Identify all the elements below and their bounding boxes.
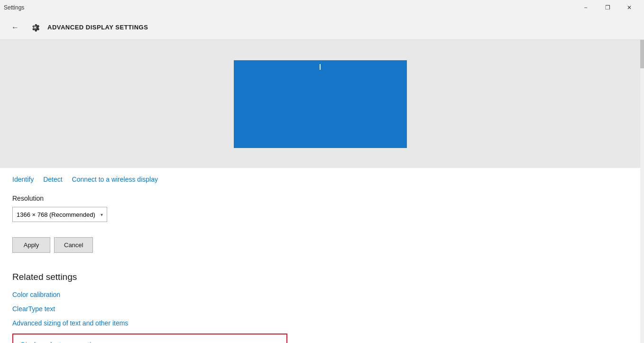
related-settings-title: Related settings (12, 272, 628, 282)
color-calibration-link[interactable]: Color calibration (12, 291, 628, 298)
cleartype-link[interactable]: ClearType text (12, 305, 628, 313)
connect-wireless-link[interactable]: Connect to a wireless display (72, 176, 158, 183)
maximize-button[interactable]: ❐ (597, 0, 618, 15)
detect-link[interactable]: Detect (43, 176, 62, 183)
related-settings-section: Related settings Color calibration Clear… (0, 262, 640, 343)
settings-header: ← ADVANCED DISPLAY SETTINGS (0, 15, 644, 40)
display-adapter-link[interactable]: Display adapter properties (21, 341, 98, 343)
display-adapter-container: Display adapter properties (12, 334, 287, 343)
cancel-button[interactable]: Cancel (54, 237, 93, 253)
display-preview-container (0, 40, 640, 168)
gear-icon (30, 23, 40, 32)
resolution-select[interactable]: 1366 × 768 (Recommended) ▾ (12, 207, 107, 222)
title-bar-text: Settings (4, 4, 24, 11)
display-monitor (234, 60, 407, 148)
apply-button[interactable]: Apply (12, 237, 50, 253)
page-title: ADVANCED DISPLAY SETTINGS (47, 24, 148, 31)
content-area: Identify Detect Connect to a wireless di… (0, 40, 640, 343)
title-bar-controls: − ❐ ✕ (575, 0, 640, 15)
resolution-section: Resolution 1366 × 768 (Recommended) ▾ (0, 191, 640, 232)
scrollbar-track[interactable] (640, 40, 644, 343)
monitor-cursor (320, 64, 321, 70)
advanced-sizing-link[interactable]: Advanced sizing of text and other items (12, 319, 628, 327)
title-bar-left: Settings (4, 4, 24, 11)
scrollbar-thumb[interactable] (640, 40, 644, 68)
main-content: Identify Detect Connect to a wireless di… (0, 40, 644, 343)
resolution-label: Resolution (12, 195, 628, 202)
close-button[interactable]: ✕ (618, 0, 640, 15)
identify-link[interactable]: Identify (12, 176, 34, 183)
chevron-down-icon: ▾ (101, 212, 103, 217)
buttons-row: Apply Cancel (0, 232, 640, 262)
resolution-value: 1366 × 768 (Recommended) (17, 211, 95, 218)
back-button[interactable]: ← (8, 20, 23, 35)
links-row: Identify Detect Connect to a wireless di… (0, 168, 640, 191)
minimize-button[interactable]: − (575, 0, 597, 15)
title-bar: Settings − ❐ ✕ (0, 0, 644, 15)
